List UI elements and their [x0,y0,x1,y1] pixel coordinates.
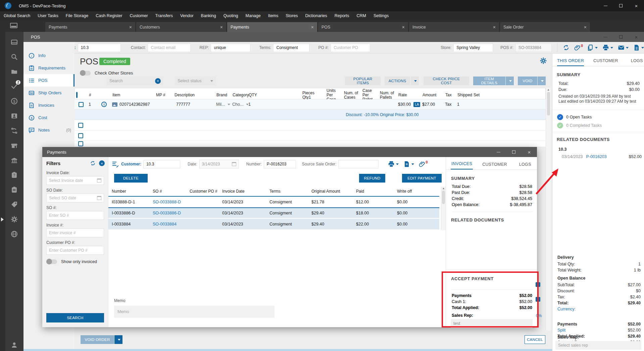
payments-icon[interactable]: $ [10,97,18,105]
invoice-row-selected[interactable]: I-0033886-D SO-0033886-D 03/14/2023 Cons… [108,207,439,218]
so-link[interactable]: SO-0033884 [153,222,190,227]
tab-customers[interactable]: Customers× [136,22,226,32]
gear-icon[interactable] [10,215,18,223]
store-icon[interactable] [10,141,18,149]
pos-nav-cost[interactable]: $ Cost [23,111,75,124]
pos-nav-pos[interactable]: POS [23,74,75,87]
status-select[interactable]: Select status [175,77,216,85]
brand-dropdown[interactable]: Mil... [215,102,231,107]
search-input[interactable] [107,77,163,85]
pos-nav-ship-orders[interactable]: SH Ship Orders [23,87,75,99]
tab-close-icon[interactable]: × [493,24,496,30]
pos-table-scrollbar[interactable]: ▲ [546,88,551,331]
tab-logs[interactable]: LOGS [631,56,643,66]
rep-input[interactable] [211,44,250,52]
tab-close-icon[interactable]: × [220,24,223,30]
invoice-number-input[interactable] [46,229,104,237]
pos-minimize-button[interactable] [598,31,613,43]
sales-rep-select[interactable] [555,341,641,350]
tasks-icon[interactable]: 2 [10,82,18,90]
pos-item-row[interactable]: 1 i 0207142362987 777777 Mil... Cho... 1… [75,99,546,110]
pos-restore-button[interactable] [613,31,629,43]
customer-po-input[interactable] [46,246,104,255]
search-icon[interactable] [10,53,18,61]
tab-sale-order[interactable]: Sale Order× [500,22,590,32]
category-dropdown[interactable]: Cho... [231,102,247,107]
menu-dictionaries[interactable]: Dictionaries [301,11,331,20]
dialog-date-picker[interactable]: 3/14/2023 [199,160,239,168]
split-link[interactable]: Split [557,328,565,333]
search-clear-icon[interactable]: × [155,78,161,84]
tab-payments-1[interactable]: Payments× [45,22,135,32]
dialog-export-icon[interactable] [403,161,410,167]
bank-icon[interactable] [10,156,18,164]
pos-nav-invoices[interactable]: Invoices [23,99,75,111]
related-document-link[interactable]: P-0016203 [586,154,607,159]
dialog-attachment-icon[interactable] [419,161,426,167]
filters-search-button[interactable]: SEARCH [46,313,104,322]
cancel-button[interactable]: CANCEL [525,335,545,344]
invoice-row-selected[interactable]: I-0033884 SO-0033884 03/14/2023 Consigme… [108,219,439,230]
actions-button[interactable]: ACTIONS [385,77,410,85]
sidebar-toggle-icon[interactable] [10,23,17,28]
void-order-dropdown-icon[interactable] [114,335,122,344]
popular-items-button[interactable]: POPULAR ITEMS [345,77,381,85]
so-number-input[interactable] [46,211,104,220]
actions-dropdown-icon[interactable] [411,77,419,85]
help-clipboard-icon[interactable]: ? [10,171,18,179]
email-icon[interactable] [618,44,625,51]
pos-nav-requirements[interactable]: Requirements [23,62,75,74]
store-input[interactable] [453,44,493,52]
folder-icon[interactable] [10,67,18,76]
refresh-icon[interactable] [563,44,569,51]
menu-customer[interactable]: Customer [126,11,151,20]
menu-crm[interactable]: CRM [353,11,370,20]
user-icon[interactable] [10,341,18,349]
tab-close-icon[interactable]: × [402,24,405,30]
globe-icon[interactable] [10,230,18,238]
tab-invoice[interactable]: Invoice× [409,22,499,32]
void-order-button[interactable]: VOID ORDER [81,335,114,344]
close-button[interactable]: × [629,0,644,11]
check-price-cost-button[interactable]: CHECK PRICE COST [424,77,469,85]
currency-link[interactable]: Currency: [557,307,576,311]
minimize-button[interactable] [598,0,613,11]
customer-edit-icon[interactable] [112,161,119,167]
dialog-close-button[interactable]: × [522,146,537,158]
po-number-input[interactable] [331,44,370,52]
pos-settings-gear-icon[interactable] [540,57,547,64]
menu-vendor[interactable]: Vendor [177,11,197,20]
print-icon[interactable] [602,44,609,51]
tab-close-icon[interactable]: × [584,24,587,30]
customer-input[interactable] [78,44,121,52]
open-tasks-row[interactable]: ✓ 0 Open Tasks [557,114,592,120]
so-date-picker[interactable]: Select SO date [46,194,104,202]
contacts-icon[interactable] [10,112,18,120]
pos-close-button[interactable]: × [629,31,644,43]
row-info-icon[interactable]: i [101,102,107,107]
completed-tasks-row[interactable]: ✓ 0 Completed Tasks [557,122,602,129]
scan-refresh-icon[interactable] [10,127,18,135]
menu-stores[interactable]: Stores [282,11,301,20]
set-checkbox[interactable] [536,282,540,287]
tab-close-icon[interactable]: × [311,24,314,30]
tab-customer[interactable]: CUSTOMER [593,56,618,66]
invoice-date-picker[interactable]: Select Invoice date [46,176,104,185]
show-only-invoiced-toggle[interactable] [46,259,57,264]
menu-transfers[interactable]: Transfers [152,11,177,20]
dialog-print-dropdown-icon[interactable] [396,163,399,165]
dialog-customer-input[interactable] [143,160,180,168]
print-dropdown-icon[interactable] [610,47,613,49]
pos-nav-info[interactable]: i Info [23,49,75,62]
item-details-button[interactable]: ITEM DETAILS [473,77,505,85]
refund-button[interactable]: REFUND [359,174,385,183]
menu-user-tasks[interactable]: User Tasks [34,11,62,20]
so-link[interactable]: SO-0033886-D [153,211,190,215]
terms-input[interactable] [273,44,309,52]
source-sale-order-input[interactable] [338,160,379,168]
row-checkbox[interactable] [78,141,83,146]
tab-this-order[interactable]: THIS ORDER [557,56,584,66]
select-all-checkbox[interactable] [76,92,78,98]
email-dropdown-icon[interactable] [626,47,629,49]
menu-banking[interactable]: Banking [197,11,220,20]
